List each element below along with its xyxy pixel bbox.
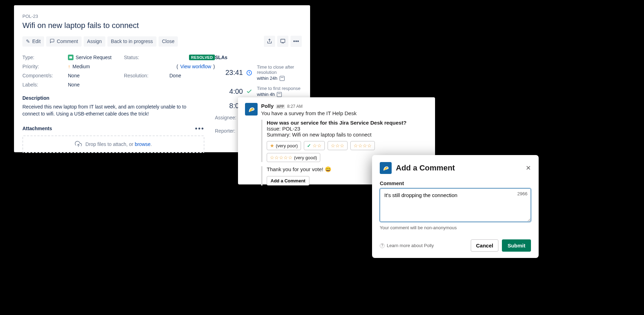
issue-title: Wifi on new laptop fails to connect: [22, 21, 302, 30]
resolution-value: Done: [169, 73, 215, 78]
dropzone-text: Drop files to attach, or: [85, 141, 135, 147]
workflow-link-cell: (View workflow): [169, 64, 215, 69]
issue-line: Issue: POL-23: [267, 126, 428, 132]
sla-heading: SLAs: [215, 55, 302, 60]
more-actions-button[interactable]: •••: [290, 36, 302, 47]
sla-time: 23:41: [215, 69, 243, 77]
type-value: Service Request: [68, 55, 124, 60]
app-badge: APP: [276, 104, 285, 109]
sla-time: 4:00: [215, 88, 243, 96]
comment-hint: Your comment will be non-anonymous: [380, 225, 531, 230]
char-count: 2966: [517, 191, 527, 196]
message-lead: You have a survey from the IT Help Desk: [261, 110, 428, 117]
status-value: RESOLVED: [169, 55, 215, 60]
add-comment-button[interactable]: Add a Comment: [267, 176, 309, 186]
star-icon: ☆☆☆: [331, 143, 344, 148]
type-value-text: Service Request: [76, 55, 112, 60]
field-grid: Type: Service Request Status: RESOLVED P…: [22, 55, 204, 88]
thanks-label: Thank you for your vote!: [267, 166, 325, 172]
svg-rect-1: [281, 39, 285, 42]
assign-button[interactable]: Assign: [84, 36, 105, 47]
star-icon: ☆☆☆☆: [354, 143, 372, 148]
message-time: 8:27 AM: [287, 104, 302, 109]
calendar-icon: [277, 92, 282, 97]
rating-1-suffix: (very poor): [276, 143, 298, 148]
status-badge: RESOLVED: [189, 55, 215, 60]
description-body: Received this new laptop from IT last we…: [22, 104, 204, 117]
modal-close-button[interactable]: ✕: [526, 164, 531, 172]
status-label: Status:: [124, 55, 169, 60]
sla-sub: within 24h: [257, 76, 278, 81]
edit-label: Edit: [32, 38, 41, 44]
description-heading: Description: [22, 95, 204, 101]
star-icon: ★: [270, 143, 274, 148]
service-request-icon: [68, 55, 74, 60]
components-value: None: [68, 73, 124, 78]
star-icon: ☆☆☆☆☆: [270, 155, 293, 160]
issue-toolbar: ✎ Edit Comment Assign Back to in progres…: [22, 36, 302, 47]
edit-button[interactable]: ✎ Edit: [22, 36, 44, 47]
upload-cloud-icon: [75, 141, 82, 148]
svg-point-4: [386, 167, 387, 168]
export-button[interactable]: [277, 36, 288, 47]
comment-label: Comment: [380, 180, 531, 186]
type-label: Type:: [22, 55, 68, 60]
rating-4-button[interactable]: ☆☆☆☆: [350, 141, 375, 150]
attachments-more-button[interactable]: •••: [195, 125, 204, 132]
sla-row: 23:41 Time to close after resolution wit…: [215, 64, 302, 81]
labels-label: Labels:: [22, 82, 68, 88]
share-button[interactable]: [264, 36, 275, 47]
attachments-dropzone[interactable]: Drop files to attach, or browse.: [22, 135, 204, 153]
rating-3-button[interactable]: ☆☆☆: [328, 141, 348, 150]
check-icon: ✓: [307, 143, 311, 148]
calendar-icon: [280, 76, 285, 81]
svg-point-3: [252, 108, 253, 109]
cancel-button[interactable]: Cancel: [471, 239, 498, 252]
sla-sub: within 4h: [257, 92, 275, 97]
comment-icon: [50, 38, 55, 44]
help-icon: ?: [380, 243, 385, 248]
polly-avatar: [380, 162, 392, 174]
back-button[interactable]: Back to in progress: [107, 36, 156, 47]
star-icon: ☆☆: [313, 143, 322, 148]
comment-textarea[interactable]: It's still dropping the connection: [380, 188, 531, 222]
pencil-icon: ✎: [26, 38, 30, 44]
labels-value: None: [68, 82, 124, 88]
comment-label: Comment: [57, 38, 78, 44]
components-label: Component/s:: [22, 73, 68, 78]
resolution-label: Resolution:: [124, 73, 169, 78]
check-icon: [246, 88, 253, 95]
learn-more-link[interactable]: ? Learn more about Polly: [380, 243, 434, 248]
priority-label: Priority:: [22, 64, 68, 69]
summary-line: Summary: Wifi on new laptop fails to con…: [267, 132, 428, 138]
rating-5-button[interactable]: ☆☆☆☆☆ (very good): [267, 153, 320, 162]
submit-button[interactable]: Submit: [502, 239, 531, 252]
close-icon: ✕: [526, 164, 531, 172]
priority-medium-icon: ↑: [68, 64, 70, 69]
issue-key[interactable]: POL-23: [22, 14, 302, 19]
clock-icon: [246, 69, 253, 76]
rating-2-button[interactable]: ✓ ☆☆: [304, 141, 325, 150]
view-workflow-link[interactable]: View workflow: [180, 64, 211, 69]
sla-title: Time to first response: [257, 86, 302, 91]
priority-value-text: Medium: [72, 64, 90, 69]
grin-emoji-icon: 😄: [325, 166, 331, 172]
ellipsis-icon: •••: [293, 38, 299, 44]
rating-1-button[interactable]: ★ (very poor): [267, 141, 301, 150]
attachments-heading: Attachments: [22, 126, 52, 131]
priority-value: ↑ Medium: [68, 64, 124, 69]
learn-more-label: Learn more about Polly: [387, 243, 434, 248]
rating-5-suffix: (very good): [294, 155, 317, 160]
sender-name[interactable]: Polly: [261, 103, 274, 109]
sla-row: 4:00 Time to first response within 4h: [215, 86, 302, 97]
modal-title: Add a Comment: [396, 163, 522, 173]
add-comment-modal: Add a Comment ✕ Comment It's still dropp…: [372, 155, 539, 258]
browse-link[interactable]: browse: [135, 141, 150, 147]
sla-title: Time to close after resolution: [257, 64, 302, 75]
survey-question: How was our service for this Jira Servic…: [267, 120, 428, 126]
polly-avatar: [245, 103, 258, 115]
comment-button[interactable]: Comment: [46, 36, 82, 47]
close-button[interactable]: Close: [159, 36, 178, 47]
